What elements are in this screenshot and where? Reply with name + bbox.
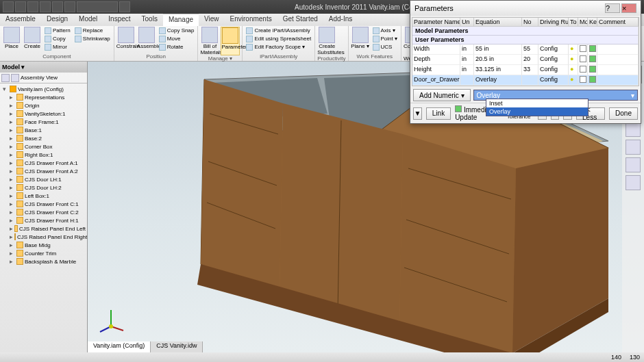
panel-productivity: Create Substitutes Productivity xyxy=(315,26,348,61)
tree-node[interactable]: ▸CJS Drawer Front A:2 xyxy=(0,167,87,175)
tab-environments[interactable]: Environments xyxy=(225,14,277,26)
replace-button[interactable]: Replace xyxy=(73,27,112,34)
browser-view-icon[interactable] xyxy=(11,74,19,82)
param-row[interactable]: Depthin20.5 in20Config● xyxy=(412,55,639,65)
tree-node[interactable]: ▸Backsplash & Marble xyxy=(0,257,87,266)
constrain-button[interactable]: Constrain xyxy=(116,27,136,53)
tree-node[interactable]: ▸CJS Drawer Front C:1 xyxy=(0,200,87,208)
shrinkwrap-button[interactable]: Shrinkwrap xyxy=(73,35,112,42)
pattern-button[interactable]: Pattern xyxy=(43,27,72,34)
tree-node[interactable]: ▸CJS Door LH:2 xyxy=(0,183,87,192)
tab-inspect[interactable]: Inspect xyxy=(103,14,136,26)
bom-button[interactable]: Bill of Materials xyxy=(200,27,219,55)
edit-spreadsheet-button[interactable]: Edit using Spreadsheet xyxy=(245,35,312,42)
tree-node[interactable]: ▸Left Box:1 xyxy=(0,192,87,200)
ucs-button[interactable]: UCS xyxy=(371,43,399,51)
qat-fx-icon[interactable] xyxy=(119,1,130,12)
pan-icon[interactable] xyxy=(626,122,641,137)
svg-marker-7 xyxy=(399,134,516,353)
tree-node[interactable]: ▸Counter Trim xyxy=(0,249,87,257)
create-ipart-button[interactable]: Create iPart/iAssembly xyxy=(245,27,312,34)
tree-node[interactable]: ▸VanitySkeleton:1 xyxy=(0,109,87,118)
browser-toolbar: Assembly View xyxy=(0,73,87,83)
edit-factory-button[interactable]: Edit Factory Scope ▾ xyxy=(245,43,312,51)
zoom-icon[interactable] xyxy=(626,140,641,155)
qat-save-icon[interactable] xyxy=(15,1,26,12)
tree-node[interactable]: ▸Base Mldg xyxy=(0,241,87,249)
lookat-icon[interactable] xyxy=(626,175,641,190)
place-button[interactable]: Place xyxy=(2,27,21,53)
vp-tab-1[interactable]: CJS Vanity.idw xyxy=(151,341,203,352)
dialog-titlebar[interactable]: Parameters ? × xyxy=(410,1,641,16)
status-bar: 140 130 xyxy=(0,352,644,362)
tree-node[interactable]: ▸CJS Raised Panel End Left xyxy=(0,224,87,233)
filter-button[interactable]: ▼ xyxy=(413,107,422,120)
link-button[interactable]: Link xyxy=(426,107,451,120)
tree-node[interactable]: ▸Representations xyxy=(0,93,87,101)
qat-select-icon[interactable] xyxy=(52,1,63,12)
param-row[interactable]: Door_or_DrawerOverlayConfig● xyxy=(412,75,639,86)
done-button[interactable]: Done xyxy=(609,107,638,120)
status-b: 130 xyxy=(630,354,640,361)
dropdown-item-inset[interactable]: Inset xyxy=(486,99,588,107)
tab-manage[interactable]: Manage xyxy=(163,14,199,26)
tree-node[interactable]: ▸Base:2 xyxy=(0,134,87,142)
copy-button[interactable]: Copy xyxy=(43,35,72,42)
tree-node[interactable]: ▸CJS Raised Panel End Right xyxy=(0,233,87,241)
tab-getstarted[interactable]: Get Started xyxy=(277,14,323,26)
qat-undo-icon[interactable] xyxy=(27,1,38,12)
param-row[interactable]: Heightin33.125 in33Config● xyxy=(412,65,639,75)
svg-marker-5 xyxy=(201,79,283,292)
tab-model[interactable]: Model xyxy=(73,14,103,26)
panel-manage: Bill of Materials Parameters Manage ▾ xyxy=(198,26,243,61)
dialog-close-icon[interactable]: × xyxy=(621,3,636,13)
orbit-icon[interactable] xyxy=(626,157,641,172)
move-button[interactable]: Move xyxy=(158,35,196,42)
panel-ipartassembly: Create iPart/iAssembly Edit using Spread… xyxy=(243,26,315,61)
model-browser: Model ▾ Assembly View ▾Vanity.iam (Confi… xyxy=(0,62,88,352)
tree-node[interactable]: ▸CJS Door LH:1 xyxy=(0,175,87,183)
copysnap-button[interactable]: Copy Snap xyxy=(158,27,196,34)
create-button[interactable]: Create xyxy=(23,27,42,53)
plane-button[interactable]: Plane ▾ xyxy=(351,27,370,53)
qat-color-dropdown[interactable] xyxy=(77,1,118,12)
tree-node[interactable]: ▸CJS Drawer Front A:1 xyxy=(0,159,87,167)
dialog-help-icon[interactable]: ? xyxy=(605,3,620,13)
dropdown-item-overlay[interactable]: Overlay xyxy=(486,107,588,116)
qat-material-icon[interactable] xyxy=(64,1,75,12)
tree-node[interactable]: ▸CJS Drawer Front H:1 xyxy=(0,216,87,224)
tree-root[interactable]: ▾Vanity.iam (Config) xyxy=(0,85,87,93)
app-menu-icon[interactable] xyxy=(3,1,14,12)
browser-header[interactable]: Model ▾ xyxy=(0,62,87,73)
tab-design[interactable]: Design xyxy=(41,14,73,26)
rotate-button[interactable]: Rotate xyxy=(158,43,196,51)
tab-addins[interactable]: Add-Ins xyxy=(323,14,358,26)
create-substitutes-button[interactable]: Create Substitutes xyxy=(317,27,336,55)
chevron-down-icon: ▾ xyxy=(631,92,634,99)
tab-tools[interactable]: Tools xyxy=(136,14,163,26)
tree-node[interactable]: ▸Right Box:1 xyxy=(0,151,87,159)
browser-filter-icon[interactable] xyxy=(1,74,10,82)
svg-marker-15 xyxy=(512,148,608,353)
tree-node[interactable]: ▸Corner Box xyxy=(0,142,87,151)
param-row[interactable]: Widthin55 in55Config● xyxy=(412,44,639,55)
grid-cat-user[interactable]: User Parameters xyxy=(412,36,639,44)
mirror-button[interactable]: Mirror xyxy=(43,43,72,51)
tree-node[interactable]: ▸Base:1 xyxy=(0,126,87,134)
vp-tab-0[interactable]: Vanity.iam (Config) xyxy=(88,341,151,352)
assemble-button[interactable]: Assemble xyxy=(137,27,156,53)
assembly-view-label: Assembly View xyxy=(21,75,58,81)
viewport-tabs: Vanity.iam (Config) CJS Vanity.idw xyxy=(88,341,203,352)
parameters-button[interactable]: Parameters xyxy=(221,27,240,55)
grid-cat-model[interactable]: Model Parameters xyxy=(412,27,639,36)
panel-component: Place Create Pattern Copy Mirror Replace… xyxy=(0,26,114,61)
tree-node[interactable]: ▸CJS Drawer Front C:2 xyxy=(0,208,87,216)
axis-button[interactable]: Axis ▾ xyxy=(371,27,399,34)
tree-node[interactable]: ▸Face Frame:1 xyxy=(0,118,87,126)
add-numeric-button[interactable]: Add Numeric ▾ xyxy=(413,89,471,101)
tab-view[interactable]: View xyxy=(199,14,225,26)
qat-redo-icon[interactable] xyxy=(40,1,51,12)
tab-assemble[interactable]: Assemble xyxy=(0,14,41,26)
tree-node[interactable]: ▸Origin xyxy=(0,101,87,109)
point-button[interactable]: Point ▾ xyxy=(371,35,399,42)
